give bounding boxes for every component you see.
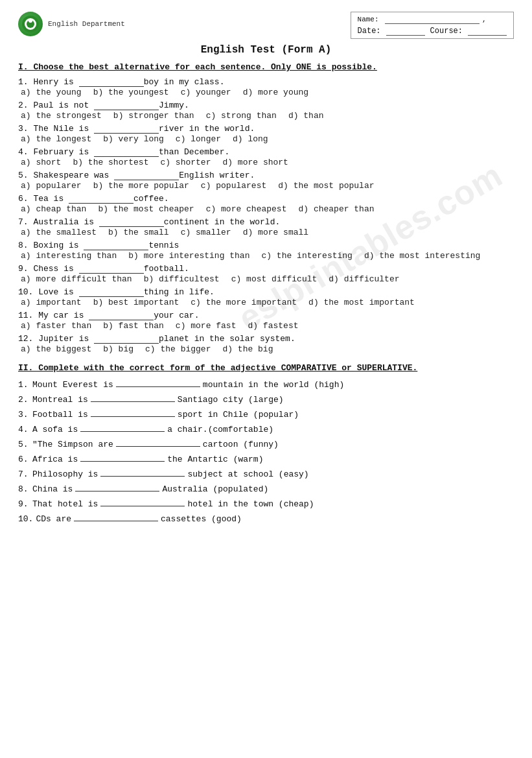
question-pre: Love is: [38, 287, 78, 297]
fill-post: the Antartic (warm): [167, 455, 263, 464]
options-line: a) the strongestb) stronger thanc) stron…: [21, 111, 514, 121]
question-post: thing in life.: [144, 287, 214, 297]
fill-item: 2.Montreal is Santiago city (large): [18, 393, 514, 405]
option: b) very long: [103, 134, 164, 144]
question-block: 5. Shakespeare was English writer.a) pop…: [18, 171, 514, 191]
answer-blank: [79, 78, 144, 87]
name-line: [385, 15, 480, 24]
fill-blank: [100, 468, 185, 477]
option: d) more short: [222, 158, 288, 167]
option: b) the small: [108, 228, 169, 237]
option: c) the bigger: [145, 344, 211, 354]
options-line: a) the longestb) very longc) longerd) lo…: [21, 134, 514, 144]
name-box: Name: , Date: Course:: [351, 12, 514, 39]
question-num: 12.: [18, 334, 38, 344]
options-line: a) interesting thanb) more interesting t…: [21, 251, 514, 261]
section2-title: II. Complete with the correct form of th…: [18, 363, 514, 373]
answer-blank: [114, 171, 179, 180]
question-pre: Australia is: [33, 217, 98, 227]
question-block: 1. Henry is boy in my class.a) the young…: [18, 77, 514, 97]
question-num: 11.: [18, 311, 38, 320]
question-pre: Paul is not: [33, 101, 94, 110]
fill-post: sport in Chile (popular): [178, 410, 299, 420]
fill-num: 7.: [18, 469, 30, 479]
option: d) more small: [243, 228, 308, 237]
question-post: continent in the world.: [164, 217, 280, 227]
option: a) the longest: [21, 134, 91, 144]
option: b) difficultest: [144, 274, 220, 284]
option: d) the most important: [308, 298, 415, 307]
question-post: football.: [144, 264, 189, 274]
option: b) best important: [93, 298, 179, 307]
question-line: 9. Chess is football.: [18, 264, 514, 274]
question-block: 7. Australia is continent in the world.a…: [18, 217, 514, 237]
options-line: a) cheap thanb) the most cheaperc) more …: [21, 204, 514, 214]
fill-blank: [116, 378, 200, 387]
fill-post: subject at school (easy): [187, 469, 308, 479]
answer-blank: [69, 195, 133, 204]
question-line: 8. Boxing is tennis: [18, 241, 514, 250]
question-block: 6. Tea is coffee.a) cheap thanb) the mos…: [18, 194, 514, 214]
question-num: 5.: [18, 171, 33, 180]
option: a) short: [21, 158, 61, 167]
answer-blank: [94, 335, 159, 344]
date-line: [386, 27, 425, 36]
fill-blank: [75, 482, 159, 492]
fill-pre: A sofa is: [32, 425, 78, 434]
question-line: 7. Australia is continent in the world.: [18, 217, 514, 227]
fill-num: 5.: [18, 440, 30, 449]
fill-blank: [116, 438, 200, 447]
fill-item: 10.CDs are cassettes (good): [18, 512, 514, 524]
answer-blank: [94, 101, 159, 110]
fill-post: Australia (populated): [162, 484, 268, 494]
answer-blank: [99, 218, 164, 227]
fill-post: mountain in the world (high): [203, 380, 344, 390]
question-block: 12. Jupiter is planet in the solar syste…: [18, 334, 514, 354]
fill-blank: [80, 423, 165, 432]
option: d) more young: [243, 88, 308, 97]
question-post: English writer.: [179, 171, 255, 180]
options-line: a) importantb) best importantc) the more…: [21, 298, 514, 307]
question-pre: The Nile is: [33, 124, 94, 134]
fill-pre: Mount Everest is: [32, 380, 113, 390]
fill-item: 9.That hotel is hotel in the town (cheap…: [18, 497, 514, 509]
question-line: 10. Love is thing in life.: [18, 287, 514, 297]
question-block: 9. Chess is football.a) more difficult t…: [18, 264, 514, 284]
fill-num: 2.: [18, 395, 30, 405]
question-line: 2. Paul is not Jimmy.: [18, 101, 514, 110]
question-pre: February is: [33, 147, 94, 157]
fill-post: a chair.(comfortable): [167, 425, 273, 434]
question-post: Jimmy.: [159, 101, 189, 110]
fill-pre: Africa is: [32, 455, 78, 464]
options-line: a) shortb) the shortestc) shorterd) more…: [21, 158, 514, 167]
answer-blank: [94, 124, 159, 134]
fill-num: 9.: [18, 499, 30, 509]
header: English Department Name: , Date: Course:: [18, 12, 514, 39]
options-line: a) the smallestb) the smallc) smallerd) …: [21, 228, 514, 237]
option: a) faster than: [21, 321, 91, 331]
option: c) smaller: [181, 228, 231, 237]
question-block: 8. Boxing is tennisa) interesting thanb)…: [18, 241, 514, 261]
svg-point-3: [29, 19, 32, 23]
fill-item: 6.Africa is the Antartic (warm): [18, 453, 514, 464]
option: a) cheap than: [21, 204, 86, 214]
question-num: 3.: [18, 124, 33, 134]
question-post: tennis: [148, 241, 179, 250]
question-pre: Shakespeare was: [33, 171, 114, 180]
option: d) cheaper than: [298, 204, 374, 214]
course-line: [468, 27, 507, 36]
options-line: a) popularerb) the more popularc) popula…: [21, 181, 514, 191]
logo-icon: [18, 12, 43, 36]
fill-blank: [91, 393, 175, 402]
option: a) the young: [21, 88, 82, 97]
option: d) than: [288, 111, 324, 121]
fill-pre: Montreal is: [32, 395, 88, 405]
option: d) the most interesting: [364, 251, 480, 261]
option: b) the more popular: [93, 181, 189, 191]
question-line: 11. My car is your car.: [18, 311, 514, 320]
fill-num: 1.: [18, 380, 30, 390]
question-post: coffee.: [133, 194, 169, 204]
question-block: 4. February is than December.a) shortb) …: [18, 147, 514, 167]
question-post: your car.: [154, 311, 199, 320]
option: c) longer: [176, 134, 221, 144]
